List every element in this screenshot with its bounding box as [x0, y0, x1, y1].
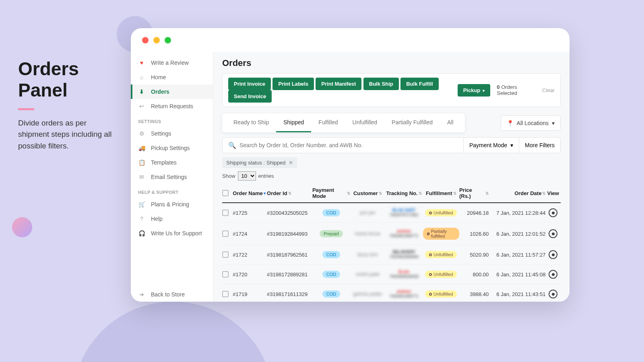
row-checkbox[interactable]: [222, 251, 229, 258]
clear-link[interactable]: Clear: [542, 87, 555, 93]
order-id: #3198171611329: [267, 291, 312, 297]
row-checkbox[interactable]: [222, 291, 229, 297]
promo-title: OrdersPanel: [18, 58, 119, 101]
sort-icon: ⇅: [485, 191, 489, 195]
row-checkbox[interactable]: [222, 210, 229, 216]
order-id: #3200432505025: [267, 210, 312, 216]
sidebar-item-settings[interactable]: ⚙Settings: [131, 126, 213, 141]
filter-chip: Shipping status : Shipped ✕: [222, 157, 297, 168]
sidebar-item-orders[interactable]: ⬇Orders: [131, 84, 213, 99]
app-window: ♥ Write a Review ⌂Home⬇Orders↩Return Req…: [131, 28, 570, 302]
eye-icon: [552, 253, 555, 256]
tracking-info: Ecom7420468558430: [389, 269, 418, 279]
payment-badge: COD: [322, 209, 340, 216]
view-button[interactable]: [549, 250, 557, 259]
column-view: View: [545, 187, 561, 199]
customer-name: lazzy torn: [357, 252, 378, 257]
promo-panel: OrdersPanel Divide orders as per shipmen…: [18, 58, 119, 152]
pickup-button[interactable]: Pickup: [458, 84, 491, 97]
eye-icon: [552, 212, 555, 214]
sidebar-item-return-requests[interactable]: ↩Return Requests: [131, 99, 213, 113]
search-box: 🔍: [222, 137, 464, 153]
column-order-name[interactable]: Order Name▾: [233, 187, 267, 199]
tab-all[interactable]: All: [440, 113, 461, 132]
sort-icon: ⇅: [288, 191, 291, 195]
sidebar-item-email-settings[interactable]: ✉Email Settings: [131, 170, 213, 184]
chip-label: Shipping status : Shipped: [226, 160, 285, 166]
minimize-window-dot[interactable]: [153, 37, 160, 43]
tab-partially-fulfilled[interactable]: Partially Fulfilled: [384, 113, 440, 132]
order-name: #1722: [233, 252, 267, 258]
select-all-checkbox[interactable]: [222, 190, 229, 196]
order-price: 5020.90: [459, 252, 489, 258]
order-name: #1724: [233, 231, 267, 237]
row-checkbox[interactable]: [222, 230, 229, 237]
send-invoice-button[interactable]: Send Invoice: [228, 90, 272, 103]
tab-shipped[interactable]: Shipped: [276, 113, 311, 132]
more-filters-button[interactable]: More Filters: [519, 137, 561, 153]
sidebar-item-templates[interactable]: 📋Templates: [131, 155, 213, 170]
column-payment-mode[interactable]: Payment Mode⇅: [312, 187, 350, 199]
close-window-dot[interactable]: [142, 37, 149, 43]
print-labels-button[interactable]: Print Labels: [272, 78, 314, 90]
column-date[interactable]: Order Date⇅: [489, 187, 545, 199]
order-date: 6 Jan, 2021 11:45:08: [489, 272, 545, 278]
print-manifest-button[interactable]: Print Manifest: [316, 78, 361, 90]
fulfillment-badge: Unfulfilled: [425, 209, 457, 216]
column-fulfillment[interactable]: Fulfillment⇅: [423, 187, 459, 199]
decorative-circle: [12, 217, 32, 237]
fulfillment-badge: Partially fulfilled: [423, 228, 459, 240]
title-underline: [18, 108, 34, 110]
order-price: 1026.60: [459, 231, 489, 237]
view-button[interactable]: [549, 208, 557, 217]
tab-ready-to-ship[interactable]: Ready to Ship: [226, 113, 276, 132]
view-button[interactable]: [549, 229, 557, 238]
location-label: All Locations: [517, 120, 549, 126]
maximize-window-dot[interactable]: [165, 37, 171, 43]
sidebar-label: Settings: [151, 130, 171, 137]
sidebar-item-plans-&-pricing[interactable]: 🛒Plans & Pricing: [131, 197, 213, 212]
tab-fulfilled[interactable]: Fulfilled: [311, 113, 345, 132]
arrow-left-icon: ➔: [138, 291, 145, 298]
heart-icon: ♥: [138, 59, 145, 66]
status-tabs: Ready to ShipShippedFulfilledUnfulfilled…: [222, 113, 465, 132]
tab-unfulfilled[interactable]: Unfulfilled: [345, 113, 384, 132]
fulfillment-badge: Unfulfilled: [425, 271, 457, 278]
order-price: 20946.18: [459, 210, 489, 216]
column-tracking[interactable]: Tracking No.⇅: [385, 187, 423, 199]
payment-mode-dropdown[interactable]: Payment Mode ▾: [464, 137, 519, 153]
entries-select[interactable]: 10: [238, 171, 256, 181]
view-button[interactable]: [549, 270, 557, 279]
sidebar-item-review[interactable]: ♥ Write a Review: [131, 56, 213, 70]
payment-badge: COD: [322, 271, 340, 278]
location-dropdown[interactable]: 📍 All Locations ▾: [501, 115, 561, 131]
row-checkbox[interactable]: [222, 271, 229, 278]
tracking-info: BLUE DART7420479727981: [389, 208, 418, 218]
column-price[interactable]: Price (Rs.)⇅: [459, 187, 489, 199]
table-row: #1725 #3200432505025 COD jom jen BLUE DA…: [222, 203, 561, 223]
sidebar-item-back[interactable]: ➔ Back to Store: [131, 287, 213, 302]
print-invoice-button[interactable]: Print Invoice: [228, 78, 271, 90]
nav-icon: 🚚: [138, 144, 145, 152]
column-order-id[interactable]: Order Id⇅: [267, 187, 312, 199]
sidebar-item-home[interactable]: ⌂Home: [131, 70, 213, 84]
customer-name: mohit patel: [356, 272, 380, 277]
selected-count: 0 Orders Selected: [497, 84, 534, 96]
sidebar-label: Write Us for Support: [151, 230, 202, 237]
close-icon[interactable]: ✕: [289, 160, 293, 166]
table-header: Order Name▾ Order Id⇅ Payment Mode⇅ Cust…: [222, 184, 561, 203]
sidebar-item-help[interactable]: ?Help: [131, 212, 213, 226]
order-date: 6 Jan, 2021 11:57:27: [489, 252, 545, 258]
bulk-ship-button[interactable]: Bulk Ship: [363, 78, 399, 90]
orders-table: Order Name▾ Order Id⇅ Payment Mode⇅ Cust…: [222, 184, 561, 302]
search-input[interactable]: [236, 138, 458, 153]
nav-icon: 🛒: [138, 201, 145, 208]
sidebar-heading-help: HELP & SUPPORT: [131, 184, 213, 197]
bulk-fulfill-button[interactable]: Bulk Fulfill: [400, 78, 438, 90]
window-titlebar: [131, 28, 570, 52]
sidebar-item-write-us-for-support[interactable]: 🎧Write Us for Support: [131, 226, 213, 241]
view-button[interactable]: [549, 290, 557, 298]
order-name: #1719: [233, 291, 267, 297]
column-customer[interactable]: Customer⇅: [350, 187, 385, 199]
sidebar-item-pickup-settings[interactable]: 🚚Pickup Settings: [131, 141, 213, 155]
